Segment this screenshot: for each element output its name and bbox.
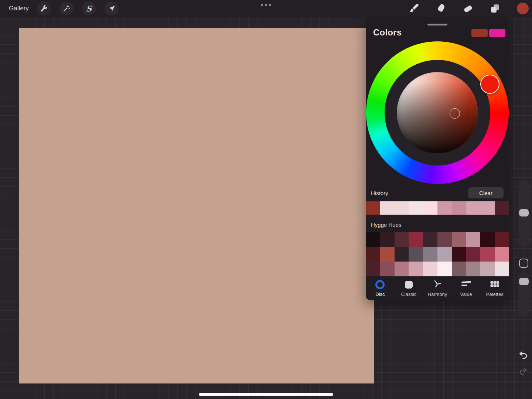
wrench-icon <box>40 4 48 13</box>
saturation-brightness-disc[interactable] <box>397 72 478 153</box>
history-swatch[interactable] <box>452 201 466 215</box>
palette-swatch[interactable] <box>495 262 509 276</box>
color-wheel <box>366 41 509 184</box>
layers-icon <box>490 3 501 14</box>
palette-swatch[interactable] <box>395 262 409 276</box>
selection-icon: S <box>86 4 92 13</box>
tab-label: Value <box>460 291 472 297</box>
palette-swatch[interactable] <box>495 247 509 262</box>
harmony-icon <box>433 279 442 290</box>
palette-swatch[interactable] <box>366 262 380 276</box>
tab-harmony[interactable]: Harmony <box>423 276 452 300</box>
smudge-icon <box>435 3 446 14</box>
drawing-canvas[interactable] <box>19 28 374 383</box>
brush-tool-button[interactable] <box>408 3 419 14</box>
history-swatch[interactable] <box>437 201 452 215</box>
palette-swatch[interactable] <box>452 232 466 247</box>
undo-button[interactable] <box>518 350 529 362</box>
palette-swatch[interactable] <box>423 247 437 262</box>
history-swatch[interactable] <box>395 201 409 215</box>
transform-button[interactable] <box>105 1 119 16</box>
palettes-icon <box>490 279 500 290</box>
current-color-button[interactable] <box>517 3 529 14</box>
palette-swatch[interactable] <box>480 232 495 247</box>
palette-swatch[interactable] <box>480 247 495 262</box>
palette-swatch[interactable] <box>437 262 452 276</box>
tab-label: Palettes <box>486 291 504 297</box>
top-toolbar: Gallery S <box>0 0 532 17</box>
hue-selector[interactable] <box>480 75 499 94</box>
value-icon <box>461 279 471 290</box>
palette-swatch[interactable] <box>423 262 437 276</box>
clear-history-button[interactable]: Clear <box>468 187 504 198</box>
magic-wand-icon <box>62 4 71 13</box>
panel-drag-handle[interactable] <box>427 24 447 25</box>
tab-palettes[interactable]: Palettes <box>480 276 509 300</box>
eraser-tool-button[interactable] <box>463 3 474 14</box>
tab-label: Classic <box>401 291 416 297</box>
palette-swatch[interactable] <box>452 247 466 262</box>
palette-swatch[interactable] <box>437 247 452 262</box>
secondary-color-swatch[interactable] <box>489 29 505 37</box>
palette-swatch[interactable] <box>395 232 409 247</box>
panel-title: Colors <box>373 27 402 38</box>
selection-button[interactable]: S <box>82 1 96 16</box>
ellipsis-icon <box>269 4 271 6</box>
palette-name: Hygge Hues <box>371 222 402 228</box>
history-swatch[interactable] <box>423 201 437 215</box>
palette-swatch[interactable] <box>380 262 395 276</box>
palette-grid <box>366 232 509 276</box>
palette-swatch[interactable] <box>466 232 481 247</box>
history-swatch[interactable] <box>366 201 380 215</box>
primary-color-swatch[interactable] <box>471 29 488 37</box>
disc-icon <box>375 280 385 289</box>
app-background: Gallery S <box>0 0 532 399</box>
adjustments-button[interactable] <box>59 1 74 16</box>
transform-icon <box>108 5 116 13</box>
tab-disc[interactable]: Disc <box>366 276 395 300</box>
layers-button[interactable] <box>490 3 501 14</box>
palette-swatch[interactable] <box>466 247 481 262</box>
history-swatch-row <box>366 201 509 215</box>
history-swatch[interactable] <box>466 201 481 215</box>
palette-row <box>366 262 509 276</box>
palette-swatch[interactable] <box>495 232 509 247</box>
palette-swatch[interactable] <box>466 262 481 276</box>
palette-swatch[interactable] <box>395 247 409 262</box>
smudge-tool-button[interactable] <box>435 3 446 14</box>
modify-button[interactable] <box>519 259 528 268</box>
palette-row <box>366 232 509 247</box>
palette-swatch[interactable] <box>366 232 380 247</box>
history-swatch[interactable] <box>409 201 423 215</box>
redo-button[interactable] <box>518 367 528 378</box>
palette-swatch[interactable] <box>480 262 495 276</box>
canvas-options-button[interactable] <box>261 4 271 6</box>
gallery-button[interactable]: Gallery <box>9 0 29 17</box>
palette-swatch[interactable] <box>409 262 423 276</box>
palette-swatch[interactable] <box>366 247 380 262</box>
disc-selector[interactable] <box>450 108 460 119</box>
palette-row <box>366 247 509 262</box>
history-label: History <box>371 190 388 196</box>
undo-icon <box>518 355 529 362</box>
history-swatch[interactable] <box>480 201 495 215</box>
brush-opacity-handle[interactable] <box>519 278 529 285</box>
home-indicator[interactable] <box>199 393 333 396</box>
palette-swatch[interactable] <box>380 247 395 262</box>
actions-button[interactable] <box>37 1 51 16</box>
brush-size-handle[interactable] <box>519 209 529 216</box>
palette-swatch[interactable] <box>409 247 423 262</box>
colors-panel: Colors History Clear Hygge Hues <box>366 17 509 300</box>
tab-classic[interactable]: Classic <box>395 276 423 300</box>
palette-swatch[interactable] <box>409 232 423 247</box>
history-swatch[interactable] <box>380 201 395 215</box>
history-swatch[interactable] <box>495 201 509 215</box>
ellipsis-icon <box>261 4 263 6</box>
palette-swatch[interactable] <box>423 232 437 247</box>
palette-swatch[interactable] <box>437 232 452 247</box>
classic-icon <box>405 281 413 289</box>
eraser-icon <box>463 3 474 14</box>
palette-swatch[interactable] <box>452 262 466 276</box>
tab-value[interactable]: Value <box>452 276 481 300</box>
palette-swatch[interactable] <box>380 232 395 247</box>
